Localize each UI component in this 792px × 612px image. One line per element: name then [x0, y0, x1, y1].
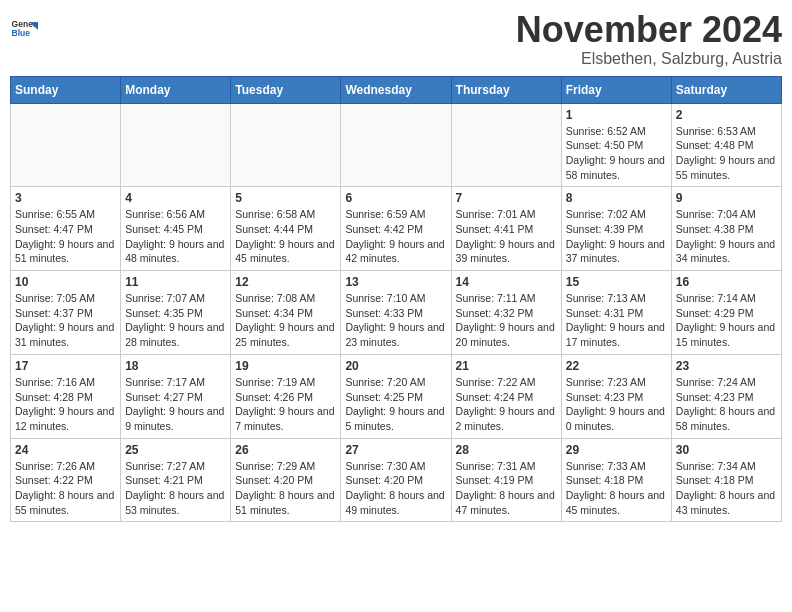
calendar-cell: 7Sunrise: 7:01 AM Sunset: 4:41 PM Daylig…	[451, 187, 561, 271]
day-number: 29	[566, 443, 667, 457]
calendar-cell: 29Sunrise: 7:33 AM Sunset: 4:18 PM Dayli…	[561, 438, 671, 522]
day-number: 2	[676, 108, 777, 122]
calendar-cell: 27Sunrise: 7:30 AM Sunset: 4:20 PM Dayli…	[341, 438, 451, 522]
month-title: November 2024	[516, 10, 782, 50]
calendar-cell: 23Sunrise: 7:24 AM Sunset: 4:23 PM Dayli…	[671, 354, 781, 438]
day-info: Sunrise: 7:14 AM Sunset: 4:29 PM Dayligh…	[676, 291, 777, 350]
calendar-cell: 2Sunrise: 6:53 AM Sunset: 4:48 PM Daylig…	[671, 103, 781, 187]
day-number: 14	[456, 275, 557, 289]
day-number: 10	[15, 275, 116, 289]
calendar-cell: 9Sunrise: 7:04 AM Sunset: 4:38 PM Daylig…	[671, 187, 781, 271]
day-info: Sunrise: 7:24 AM Sunset: 4:23 PM Dayligh…	[676, 375, 777, 434]
weekday-header-thursday: Thursday	[451, 76, 561, 103]
day-number: 25	[125, 443, 226, 457]
svg-text:Blue: Blue	[12, 28, 31, 38]
title-area: November 2024 Elsbethen, Salzburg, Austr…	[516, 10, 782, 68]
day-number: 21	[456, 359, 557, 373]
day-info: Sunrise: 6:55 AM Sunset: 4:47 PM Dayligh…	[15, 207, 116, 266]
day-info: Sunrise: 6:59 AM Sunset: 4:42 PM Dayligh…	[345, 207, 446, 266]
weekday-header-wednesday: Wednesday	[341, 76, 451, 103]
page-header: General Blue November 2024 Elsbethen, Sa…	[10, 10, 782, 68]
calendar-cell: 21Sunrise: 7:22 AM Sunset: 4:24 PM Dayli…	[451, 354, 561, 438]
day-info: Sunrise: 7:27 AM Sunset: 4:21 PM Dayligh…	[125, 459, 226, 518]
day-info: Sunrise: 7:17 AM Sunset: 4:27 PM Dayligh…	[125, 375, 226, 434]
calendar-cell: 24Sunrise: 7:26 AM Sunset: 4:22 PM Dayli…	[11, 438, 121, 522]
logo-icon: General Blue	[10, 16, 38, 44]
calendar-cell: 6Sunrise: 6:59 AM Sunset: 4:42 PM Daylig…	[341, 187, 451, 271]
day-number: 17	[15, 359, 116, 373]
weekday-header-sunday: Sunday	[11, 76, 121, 103]
week-row-3: 10Sunrise: 7:05 AM Sunset: 4:37 PM Dayli…	[11, 271, 782, 355]
calendar-cell: 1Sunrise: 6:52 AM Sunset: 4:50 PM Daylig…	[561, 103, 671, 187]
day-number: 12	[235, 275, 336, 289]
calendar-cell: 14Sunrise: 7:11 AM Sunset: 4:32 PM Dayli…	[451, 271, 561, 355]
day-info: Sunrise: 7:19 AM Sunset: 4:26 PM Dayligh…	[235, 375, 336, 434]
day-info: Sunrise: 7:13 AM Sunset: 4:31 PM Dayligh…	[566, 291, 667, 350]
calendar-cell	[341, 103, 451, 187]
calendar-cell: 4Sunrise: 6:56 AM Sunset: 4:45 PM Daylig…	[121, 187, 231, 271]
calendar-cell: 25Sunrise: 7:27 AM Sunset: 4:21 PM Dayli…	[121, 438, 231, 522]
day-number: 19	[235, 359, 336, 373]
calendar-cell: 18Sunrise: 7:17 AM Sunset: 4:27 PM Dayli…	[121, 354, 231, 438]
calendar-cell: 16Sunrise: 7:14 AM Sunset: 4:29 PM Dayli…	[671, 271, 781, 355]
day-number: 24	[15, 443, 116, 457]
weekday-header-tuesday: Tuesday	[231, 76, 341, 103]
day-info: Sunrise: 7:30 AM Sunset: 4:20 PM Dayligh…	[345, 459, 446, 518]
day-number: 18	[125, 359, 226, 373]
weekday-header-saturday: Saturday	[671, 76, 781, 103]
day-info: Sunrise: 7:22 AM Sunset: 4:24 PM Dayligh…	[456, 375, 557, 434]
day-number: 20	[345, 359, 446, 373]
calendar-cell	[451, 103, 561, 187]
location-title: Elsbethen, Salzburg, Austria	[516, 50, 782, 68]
day-info: Sunrise: 7:16 AM Sunset: 4:28 PM Dayligh…	[15, 375, 116, 434]
day-number: 23	[676, 359, 777, 373]
day-info: Sunrise: 7:05 AM Sunset: 4:37 PM Dayligh…	[15, 291, 116, 350]
day-number: 22	[566, 359, 667, 373]
calendar-cell: 3Sunrise: 6:55 AM Sunset: 4:47 PM Daylig…	[11, 187, 121, 271]
week-row-4: 17Sunrise: 7:16 AM Sunset: 4:28 PM Dayli…	[11, 354, 782, 438]
day-number: 28	[456, 443, 557, 457]
day-info: Sunrise: 7:08 AM Sunset: 4:34 PM Dayligh…	[235, 291, 336, 350]
calendar-cell: 12Sunrise: 7:08 AM Sunset: 4:34 PM Dayli…	[231, 271, 341, 355]
day-number: 27	[345, 443, 446, 457]
calendar-cell: 30Sunrise: 7:34 AM Sunset: 4:18 PM Dayli…	[671, 438, 781, 522]
day-info: Sunrise: 7:29 AM Sunset: 4:20 PM Dayligh…	[235, 459, 336, 518]
day-number: 15	[566, 275, 667, 289]
day-number: 16	[676, 275, 777, 289]
calendar-cell: 28Sunrise: 7:31 AM Sunset: 4:19 PM Dayli…	[451, 438, 561, 522]
day-info: Sunrise: 7:26 AM Sunset: 4:22 PM Dayligh…	[15, 459, 116, 518]
week-row-5: 24Sunrise: 7:26 AM Sunset: 4:22 PM Dayli…	[11, 438, 782, 522]
calendar-cell	[121, 103, 231, 187]
calendar-cell	[11, 103, 121, 187]
day-number: 5	[235, 191, 336, 205]
day-number: 9	[676, 191, 777, 205]
calendar-table: SundayMondayTuesdayWednesdayThursdayFrid…	[10, 76, 782, 523]
day-number: 8	[566, 191, 667, 205]
day-info: Sunrise: 7:10 AM Sunset: 4:33 PM Dayligh…	[345, 291, 446, 350]
day-info: Sunrise: 6:58 AM Sunset: 4:44 PM Dayligh…	[235, 207, 336, 266]
day-info: Sunrise: 6:52 AM Sunset: 4:50 PM Dayligh…	[566, 124, 667, 183]
logo: General Blue	[10, 16, 38, 44]
day-info: Sunrise: 7:11 AM Sunset: 4:32 PM Dayligh…	[456, 291, 557, 350]
day-number: 26	[235, 443, 336, 457]
calendar-cell: 11Sunrise: 7:07 AM Sunset: 4:35 PM Dayli…	[121, 271, 231, 355]
week-row-1: 1Sunrise: 6:52 AM Sunset: 4:50 PM Daylig…	[11, 103, 782, 187]
calendar-cell: 15Sunrise: 7:13 AM Sunset: 4:31 PM Dayli…	[561, 271, 671, 355]
calendar-cell: 5Sunrise: 6:58 AM Sunset: 4:44 PM Daylig…	[231, 187, 341, 271]
day-info: Sunrise: 7:34 AM Sunset: 4:18 PM Dayligh…	[676, 459, 777, 518]
calendar-cell: 22Sunrise: 7:23 AM Sunset: 4:23 PM Dayli…	[561, 354, 671, 438]
day-info: Sunrise: 7:01 AM Sunset: 4:41 PM Dayligh…	[456, 207, 557, 266]
weekday-header-row: SundayMondayTuesdayWednesdayThursdayFrid…	[11, 76, 782, 103]
day-number: 11	[125, 275, 226, 289]
day-info: Sunrise: 7:33 AM Sunset: 4:18 PM Dayligh…	[566, 459, 667, 518]
calendar-cell: 8Sunrise: 7:02 AM Sunset: 4:39 PM Daylig…	[561, 187, 671, 271]
day-number: 13	[345, 275, 446, 289]
calendar-cell: 26Sunrise: 7:29 AM Sunset: 4:20 PM Dayli…	[231, 438, 341, 522]
day-info: Sunrise: 7:07 AM Sunset: 4:35 PM Dayligh…	[125, 291, 226, 350]
day-number: 6	[345, 191, 446, 205]
calendar-cell: 10Sunrise: 7:05 AM Sunset: 4:37 PM Dayli…	[11, 271, 121, 355]
day-info: Sunrise: 6:56 AM Sunset: 4:45 PM Dayligh…	[125, 207, 226, 266]
day-info: Sunrise: 7:02 AM Sunset: 4:39 PM Dayligh…	[566, 207, 667, 266]
week-row-2: 3Sunrise: 6:55 AM Sunset: 4:47 PM Daylig…	[11, 187, 782, 271]
day-number: 3	[15, 191, 116, 205]
